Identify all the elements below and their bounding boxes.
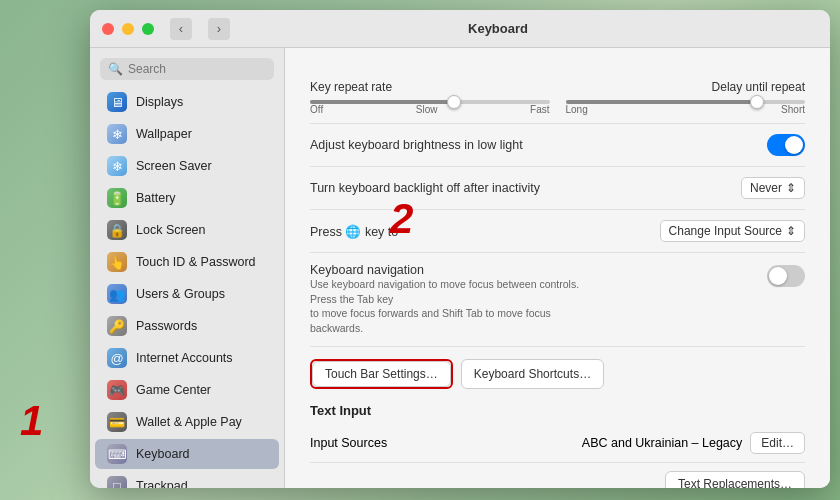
sidebar-item-displays[interactable]: 🖥 Displays xyxy=(95,87,279,117)
keyboard-shortcuts-button[interactable]: Keyboard Shortcuts… xyxy=(461,359,604,389)
keyboard-settings-panel: Key repeat rate Delay until repeat Off S… xyxy=(285,48,830,488)
gamecenter-icon: 🎮 xyxy=(107,380,127,400)
forward-button[interactable]: › xyxy=(208,18,230,40)
screensaver-icon: ❄ xyxy=(107,156,127,176)
keyboard-nav-toggle-knob xyxy=(769,267,787,285)
key-repeat-slider-container: Off Slow Fast xyxy=(310,100,550,115)
backlight-label: Turn keyboard backlight off after inacti… xyxy=(310,181,540,195)
touch-bar-settings-button[interactable]: Touch Bar Settings… xyxy=(312,361,451,387)
sidebar: 🔍 🖥 Displays ❄ Wallpaper ❄ Screen Saver … xyxy=(90,48,285,488)
brightness-label: Adjust keyboard brightness in low light xyxy=(310,138,523,152)
sidebar-item-wallpaper[interactable]: ❄ Wallpaper xyxy=(95,119,279,149)
touch-bar-button-row: Touch Bar Settings… Keyboard Shortcuts… xyxy=(310,359,805,389)
keyboard-nav-left: Keyboard navigation Use keyboard navigat… xyxy=(310,263,590,336)
text-replacements-row: Text Replacements… xyxy=(310,463,805,488)
delay-fill xyxy=(566,100,758,104)
sidebar-item-keyboard[interactable]: ⌨ Keyboard xyxy=(95,439,279,469)
users-icon: 👥 xyxy=(107,284,127,304)
search-bar[interactable]: 🔍 xyxy=(100,58,274,80)
keyboard-icon: ⌨ xyxy=(107,444,127,464)
annotation-1: 1 xyxy=(20,397,43,445)
keyboard-nav-toggle[interactable] xyxy=(767,265,805,287)
touch-bar-highlight-box: Touch Bar Settings… xyxy=(310,359,453,389)
delay-until-repeat-label: Delay until repeat xyxy=(712,80,805,94)
close-button[interactable] xyxy=(102,23,114,35)
input-sources-right: ABC and Ukrainian – Legacy Edit… xyxy=(582,432,805,454)
sidebar-item-label: Displays xyxy=(136,95,183,109)
brightness-toggle[interactable] xyxy=(767,134,805,156)
keyboard-nav-description: Use keyboard navigation to move focus be… xyxy=(310,277,590,336)
key-repeat-section: Key repeat rate Delay until repeat Off S… xyxy=(310,68,805,124)
delay-long: Long xyxy=(566,104,588,115)
key-repeat-track[interactable] xyxy=(310,100,550,104)
sidebar-item-label: Lock Screen xyxy=(136,223,205,237)
key-repeat-thumb[interactable] xyxy=(447,95,461,109)
sidebar-item-lockscreen[interactable]: 🔒 Lock Screen xyxy=(95,215,279,245)
sidebar-item-touchid[interactable]: 👆 Touch ID & Password xyxy=(95,247,279,277)
wallpaper-icon: ❄ xyxy=(107,124,127,144)
maximize-button[interactable] xyxy=(142,23,154,35)
sidebar-item-screensaver[interactable]: ❄ Screen Saver xyxy=(95,151,279,181)
back-button[interactable]: ‹ xyxy=(170,18,192,40)
passwords-icon: 🔑 xyxy=(107,316,127,336)
lockscreen-icon: 🔒 xyxy=(107,220,127,240)
key-repeat-off: Off xyxy=(310,104,323,115)
sidebar-item-passwords[interactable]: 🔑 Passwords xyxy=(95,311,279,341)
input-sources-edit-button[interactable]: Edit… xyxy=(750,432,805,454)
press-key-dropdown[interactable]: Change Input Source ⇕ xyxy=(660,220,805,242)
keyboard-nav-row: Keyboard navigation Use keyboard navigat… xyxy=(310,253,805,347)
brightness-toggle-knob xyxy=(785,136,803,154)
input-sources-row: Input Sources ABC and Ukrainian – Legacy… xyxy=(310,424,805,463)
sidebar-item-label: Wallpaper xyxy=(136,127,192,141)
sidebar-item-gamecenter[interactable]: 🎮 Game Center xyxy=(95,375,279,405)
sidebar-item-label: Users & Groups xyxy=(136,287,225,301)
key-repeat-fast: Fast xyxy=(530,104,549,115)
key-repeat-labels: Off Slow Fast xyxy=(310,104,550,115)
delay-track[interactable] xyxy=(566,100,806,104)
delay-slider-container: Long Short xyxy=(566,100,806,115)
keyboard-nav-label: Keyboard navigation xyxy=(310,263,590,277)
backlight-dropdown[interactable]: Never ⇕ xyxy=(741,177,805,199)
sidebar-item-internet[interactable]: @ Internet Accounts xyxy=(95,343,279,373)
sidebar-item-wallet[interactable]: 💳 Wallet & Apple Pay xyxy=(95,407,279,437)
titlebar: ‹ › Keyboard xyxy=(90,10,830,48)
sidebar-item-label: Passwords xyxy=(136,319,197,333)
content-area: 🔍 🖥 Displays ❄ Wallpaper ❄ Screen Saver … xyxy=(90,48,830,488)
trackpad-icon: □ xyxy=(107,476,127,488)
search-icon: 🔍 xyxy=(108,62,123,76)
displays-icon: 🖥 xyxy=(107,92,127,112)
delay-thumb[interactable] xyxy=(750,95,764,109)
system-preferences-window: ‹ › Keyboard 🔍 🖥 Displays ❄ Wallpaper ❄ … xyxy=(90,10,830,488)
internet-icon: @ xyxy=(107,348,127,368)
annotation-2: 2 xyxy=(390,195,413,243)
sidebar-item-trackpad[interactable]: □ Trackpad xyxy=(95,471,279,488)
sidebar-item-label: Wallet & Apple Pay xyxy=(136,415,242,429)
sidebar-item-battery[interactable]: 🔋 Battery xyxy=(95,183,279,213)
backlight-value: Never xyxy=(750,181,782,195)
brightness-row: Adjust keyboard brightness in low light xyxy=(310,124,805,167)
minimize-button[interactable] xyxy=(122,23,134,35)
search-input[interactable] xyxy=(128,62,266,76)
chevron-up-down-icon2: ⇕ xyxy=(786,224,796,238)
sidebar-item-label: Internet Accounts xyxy=(136,351,233,365)
delay-short: Short xyxy=(781,104,805,115)
press-key-label: Press 🌐 key to xyxy=(310,224,398,239)
press-key-row: Press 🌐 key to Change Input Source ⇕ xyxy=(310,210,805,253)
press-key-value: Change Input Source xyxy=(669,224,782,238)
sidebar-item-label: Screen Saver xyxy=(136,159,212,173)
key-repeat-label: Key repeat rate xyxy=(310,80,392,94)
key-repeat-slow: Slow xyxy=(416,104,438,115)
wallet-icon: 💳 xyxy=(107,412,127,432)
sidebar-item-users[interactable]: 👥 Users & Groups xyxy=(95,279,279,309)
chevron-up-down-icon: ⇕ xyxy=(786,181,796,195)
text-input-heading: Text Input xyxy=(310,403,805,418)
sidebar-item-label: Battery xyxy=(136,191,176,205)
text-replacements-button[interactable]: Text Replacements… xyxy=(665,471,805,488)
delay-labels: Long Short xyxy=(566,104,806,115)
input-sources-label: Input Sources xyxy=(310,436,387,450)
slider-headers: Key repeat rate Delay until repeat xyxy=(310,80,805,94)
input-sources-value: ABC and Ukrainian – Legacy xyxy=(582,436,743,450)
touchid-icon: 👆 xyxy=(107,252,127,272)
sidebar-item-label: Keyboard xyxy=(136,447,190,461)
window-title: Keyboard xyxy=(238,21,758,36)
